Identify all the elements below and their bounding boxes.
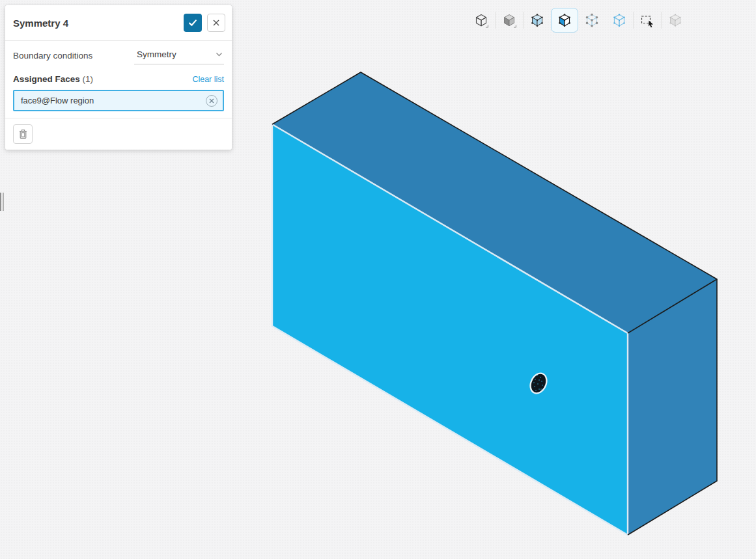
assigned-face-item[interactable]: face9@Flow region: [13, 90, 224, 111]
panel-body: Boundary conditions Symmetry Assigned Fa…: [5, 49, 232, 150]
panel-header: Symmetry 4: [5, 5, 232, 41]
select-edges-button[interactable]: [606, 8, 633, 33]
symmetry-panel: Symmetry 4 Boundary conditions Symmetry: [5, 5, 232, 150]
box-select-cursor-icon: [639, 12, 655, 28]
box-select-button[interactable]: [634, 8, 661, 33]
assigned-faces-title: Assigned Faces: [13, 74, 80, 84]
select-vertices-button[interactable]: [578, 8, 606, 33]
shaded-cube-dropdown-icon: [501, 12, 517, 28]
assigned-faces-label: Assigned Faces (1): [13, 74, 192, 84]
select-faces-button[interactable]: [551, 8, 578, 33]
cube-edge-select-icon: [611, 12, 627, 28]
selection-extra-button[interactable]: [662, 8, 689, 33]
wireframe-cube-dropdown-icon: [473, 12, 489, 28]
clear-list-link[interactable]: Clear list: [192, 75, 224, 84]
cube-vertex-select-icon: [584, 12, 600, 28]
confirm-button[interactable]: [184, 14, 202, 32]
panel-footer: [13, 118, 224, 150]
boundary-type-value: Symmetry: [137, 49, 216, 59]
assigned-faces-row: Assigned Faces (1) Clear list: [13, 74, 224, 84]
select-volumes-button[interactable]: [524, 8, 551, 33]
chevron-down-icon: [216, 52, 223, 57]
remove-face-button[interactable]: [206, 95, 217, 107]
trash-icon: [18, 129, 28, 139]
boundary-conditions-label: Boundary conditions: [13, 51, 134, 64]
boundary-type-select[interactable]: Symmetry: [134, 49, 224, 64]
panel-title: Symmetry 4: [13, 18, 184, 29]
view-selection-toolbar: [468, 8, 689, 33]
cube-disabled-icon: [667, 12, 683, 28]
circle-x-icon: [209, 98, 214, 103]
close-icon: [212, 19, 220, 27]
boundary-conditions-row: Boundary conditions Symmetry: [13, 49, 224, 64]
cube-volume-select-icon: [529, 12, 545, 28]
assigned-faces-count: (1): [83, 74, 94, 84]
shading-mode-button[interactable]: [496, 8, 523, 33]
render-mode-button[interactable]: [468, 8, 495, 33]
assigned-face-name: face9@Flow region: [21, 96, 206, 105]
panel-resize-handle[interactable]: [0, 193, 4, 211]
delete-boundary-button[interactable]: [13, 124, 33, 144]
close-button[interactable]: [207, 14, 225, 32]
check-icon: [188, 18, 198, 28]
cube-face-select-icon: [557, 12, 572, 28]
